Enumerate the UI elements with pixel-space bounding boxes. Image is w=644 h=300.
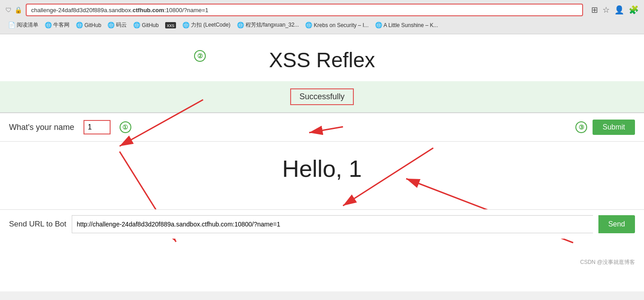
bookmark-sunshine[interactable]: 🌐 A Little Sunshine – K... [372,21,441,29]
hello-text: Hello, 1 [0,155,644,182]
fangxuan-icon: 🌐 [237,22,244,28]
xxs-icon: xxs [165,22,176,28]
address-bar-row: 🛡 🔒 challenge-24daf8d3d20f889a.sandbox.c… [5,4,639,16]
lock-icon: 🔒 [14,6,22,14]
bookmark-mayu[interactable]: 🌐 码云 [105,20,130,30]
send-button[interactable]: Send [598,215,635,233]
shield-icon: 🛡 [5,6,12,14]
krebs-icon: 🌐 [305,22,312,28]
send-url-label: Send URL to Bot [9,220,66,229]
bookmark-fangxuan-label: 程芳炫/fangxuan_32... [246,21,299,29]
leetcode-icon: 🌐 [182,22,190,28]
bookmark-github2[interactable]: 🌐 GitHub [130,21,161,29]
hello-area: Hello, 1 [0,142,644,191]
bookmark-sunshine-label: A Little Sunshine – K... [384,22,438,28]
success-banner: Successfully [0,81,644,113]
form-label: What's your name [9,123,74,132]
page-content: ② XSS Reflex Successfully What's your na… [0,34,644,291]
url-text: challenge-24daf8d3d20f889a.sandbox. [31,7,133,14]
mayu-icon: 🌐 [107,22,115,28]
bookmark-niuke[interactable]: 🌐 牛客网 [42,20,72,30]
bookmark-github1-label: GitHub [84,22,101,28]
circle-2-label: ② [194,50,206,62]
profile-icon[interactable]: 👤 [614,5,624,15]
github2-icon: 🌐 [133,22,140,28]
bookmark-leetcode[interactable]: 🌐 力扣 (LeetCode) [180,20,233,30]
page-footer: CSDN @没事就逛博客 [571,255,644,270]
form-row: What's your name ① ③ Submit [0,113,644,142]
browser-chrome: 🛡 🔒 challenge-24daf8d3d20f889a.sandbox.c… [0,0,644,34]
address-bar[interactable]: challenge-24daf8d3d20f889a.sandbox.ctfhu… [26,4,583,16]
bookmark-niuke-label: 牛客网 [53,21,69,29]
extensions-icon[interactable]: 🧩 [629,5,639,15]
page-title: XSS Reflex [0,48,644,72]
address-bar-icons: 🛡 🔒 [5,6,22,14]
bookmark-github2-label: GitHub [142,22,158,28]
submit-button[interactable]: Submit [593,120,635,135]
bookmark-mayu-label: 码云 [116,21,127,29]
success-text: Successfully [290,88,353,105]
bookmark-krebs-label: Krebs on Security – I... [314,22,368,28]
star-icon[interactable]: ☆ [602,5,610,15]
github1-icon: 🌐 [76,22,83,28]
send-url-row: Send URL to Bot Send [0,209,644,239]
url-input[interactable] [72,215,593,233]
bookmark-leetcode-label: 力扣 (LeetCode) [191,21,230,29]
circle-1-label: ① [120,121,131,133]
page-title-area: ② XSS Reflex [0,34,644,81]
bookmark-github1[interactable]: 🌐 GitHub [73,21,104,29]
bookmark-readlist[interactable]: 📄 阅读清单 [5,20,41,30]
circle-3-label: ③ [575,121,587,133]
name-input[interactable] [83,120,111,134]
bookmarks-bar: 📄 阅读清单 🌐 牛客网 🌐 GitHub 🌐 码云 🌐 GitHub xxs … [5,19,639,31]
bookmark-fangxuan[interactable]: 🌐 程芳炫/fangxuan_32... [234,20,302,30]
niuke-icon: 🌐 [45,22,52,28]
grid-icon[interactable]: ⊞ [591,5,598,15]
sunshine-icon: 🌐 [375,22,382,28]
bookmark-readlist-label: 阅读清单 [17,21,38,29]
url-suffix: :10800/?name=1 [164,7,208,14]
bookmark-krebs[interactable]: 🌐 Krebs on Security – I... [302,21,371,29]
readlist-icon: 📄 [8,22,15,28]
url-bold: ctfhub.com [133,7,164,14]
bookmark-xxs[interactable]: xxs [162,21,179,29]
browser-right-icons: ⊞ ☆ 👤 🧩 [591,5,639,15]
